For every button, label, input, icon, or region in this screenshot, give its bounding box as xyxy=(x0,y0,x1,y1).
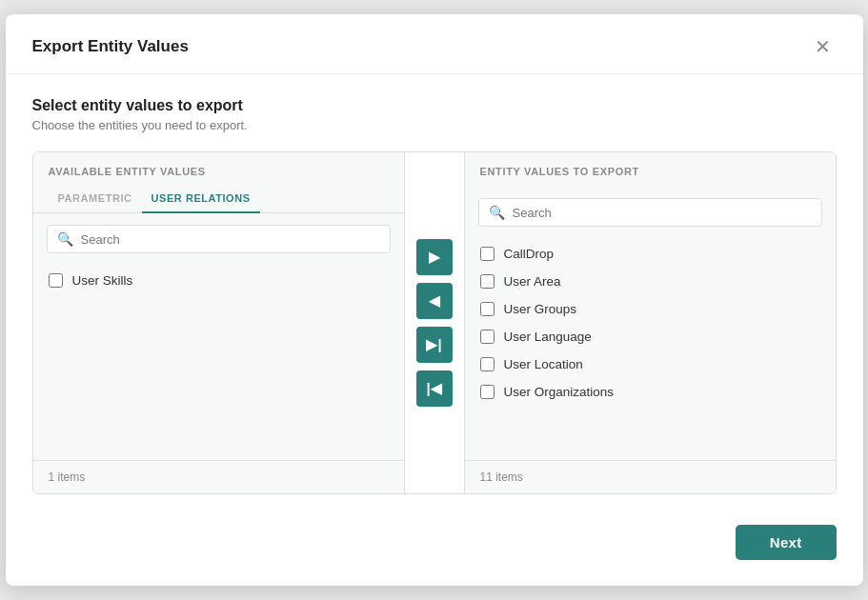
item-label-user-skills: User Skills xyxy=(72,273,133,288)
right-panel-header: Entity values to export xyxy=(465,152,836,187)
list-item[interactable]: User Skills xyxy=(47,267,391,294)
modal-footer: Next xyxy=(6,510,863,577)
left-panel-tabs: PARAMETRIC USER RELATIONS xyxy=(33,177,404,213)
list-item[interactable]: CallDrop xyxy=(478,240,822,268)
move-right-button[interactable]: ▶ xyxy=(416,239,453,275)
left-search-input[interactable] xyxy=(81,232,380,247)
transfer-container: Available entity values PARAMETRIC USER … xyxy=(32,151,837,494)
right-search-box: 🔍 xyxy=(478,198,822,227)
tab-parametric[interactable]: PARAMETRIC xyxy=(49,187,142,213)
transfer-actions: ▶ ◀ ▶| |◀ xyxy=(404,152,465,493)
left-item-list: User Skills xyxy=(33,261,404,460)
right-scrollbar-area: CallDrop User Area User Groups User xyxy=(465,234,836,460)
item-label-user-organizations: User Organizations xyxy=(504,385,615,399)
right-search-input[interactable] xyxy=(513,206,812,220)
item-checkbox-user-area[interactable] xyxy=(480,274,495,289)
left-panel-header: Available entity values xyxy=(33,152,404,177)
left-panel-footer: 1 items xyxy=(33,460,404,493)
move-left-button[interactable]: ◀ xyxy=(416,283,453,319)
list-item[interactable]: User Organizations xyxy=(478,378,822,406)
item-checkbox-user-groups[interactable] xyxy=(480,302,495,316)
right-search-icon: 🔍 xyxy=(489,205,505,220)
modal-header: Export Entity Values ✕ xyxy=(6,14,863,74)
right-item-list: CallDrop User Area User Groups User xyxy=(465,234,836,460)
item-checkbox-calldrop[interactable] xyxy=(480,247,495,261)
item-checkbox-user-skills[interactable] xyxy=(49,273,63,288)
left-search-box: 🔍 xyxy=(47,225,391,253)
modal-body: Select entity values to export Choose th… xyxy=(6,74,863,510)
item-checkbox-user-organizations[interactable] xyxy=(480,385,495,399)
list-item[interactable]: User Location xyxy=(478,350,822,378)
item-label-calldrop: CallDrop xyxy=(504,247,555,261)
item-checkbox-user-language[interactable] xyxy=(480,330,495,344)
move-all-right-button[interactable]: ▶| xyxy=(416,327,453,363)
item-label-user-area: User Area xyxy=(504,274,561,289)
section-subtitle: Choose the entities you need to export. xyxy=(32,118,837,132)
item-label-user-location: User Location xyxy=(504,357,583,371)
right-panel: Entity values to export 🔍 CallDrop User … xyxy=(465,152,836,493)
list-item[interactable]: User Language xyxy=(478,323,822,350)
modal-title: Export Entity Values xyxy=(32,37,189,56)
item-label-user-language: User Language xyxy=(504,330,592,344)
list-item[interactable]: User Groups xyxy=(478,295,822,323)
right-panel-footer: 11 items xyxy=(465,460,836,493)
item-checkbox-user-location[interactable] xyxy=(480,357,495,371)
close-button[interactable]: ✕ xyxy=(809,35,837,58)
move-all-left-button[interactable]: |◀ xyxy=(416,370,453,407)
export-modal: Export Entity Values ✕ Select entity val… xyxy=(6,14,863,586)
list-item[interactable]: User Area xyxy=(478,268,822,295)
left-panel: Available entity values PARAMETRIC USER … xyxy=(33,152,404,493)
tab-user-relations[interactable]: USER RELATIONS xyxy=(142,187,260,213)
section-title: Select entity values to export xyxy=(32,97,837,114)
next-button[interactable]: Next xyxy=(736,525,837,560)
left-search-icon: 🔍 xyxy=(57,231,73,247)
item-label-user-groups: User Groups xyxy=(504,302,577,316)
